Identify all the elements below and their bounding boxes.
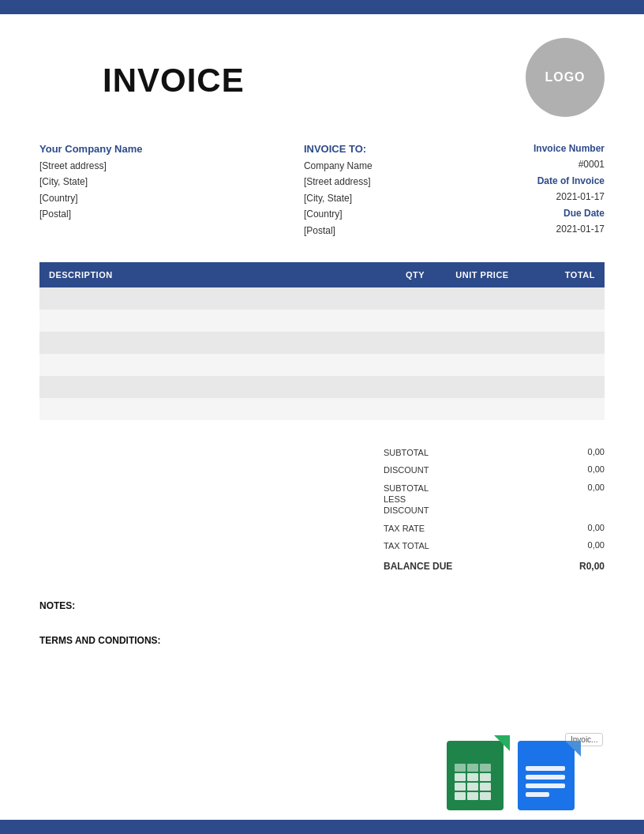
recipient-city-state: [City, State] [304,193,352,204]
subtotal-label: SUBTOTAL [384,447,429,458]
invoice-number-label: Invoice Number [534,141,605,156]
terms-section: TERMS AND CONDITIONS: [39,635,605,646]
row6-description [39,398,391,420]
col-description: DESCRIPTION [39,262,391,287]
recipient-postal: [Postal] [304,225,335,236]
subtotal-less-row: SUBTOTALLESSDISCOUNT 0,00 [384,479,605,520]
row4-description [39,354,391,376]
row4-unit-price [439,354,526,376]
row5-description [39,376,391,398]
row5-unit-price [439,376,526,398]
recipient-company-name: Company Name [304,160,373,171]
google-sheets-icon [447,735,510,810]
table-row [39,287,605,310]
tax-total-label: TAX TOTAL [384,540,429,551]
discount-label: DISCOUNT [384,464,429,475]
discount-value: 0,00 [588,464,605,475]
col-qty: QTY [391,262,439,287]
row2-unit-price [439,310,526,332]
table-row [39,376,605,398]
recipient-address: INVOICE TO: Company Name [Street address… [304,141,373,239]
sender-company-name: Your Company Name [39,143,143,155]
invoice-due-date-label: Due Date [534,205,605,221]
sender-city-state: [City, State] [39,176,88,187]
row6-unit-price [439,398,526,420]
invoice-details: Invoice Number #0001 Date of Invoice 202… [534,141,605,239]
recipient-street: [Street address] [304,176,371,187]
balance-due-label: BALANCE DUE [384,561,452,573]
row1-qty [391,287,439,310]
row3-description [39,332,391,354]
table-row [39,398,605,420]
subtotal-value: 0,00 [588,447,605,458]
google-docs-wrapper: Invoic... [518,741,581,810]
row2-description [39,310,391,332]
balance-due-value: R0,00 [579,561,605,573]
totals-table: SUBTOTAL 0,00 DISCOUNT 0,00 SUBTOTALLESS… [384,444,605,577]
table-row [39,332,605,354]
google-icons-area: Invoic... [447,735,581,810]
tax-total-row: TAX TOTAL 0,00 [384,537,605,554]
sender-country: [Country] [39,193,78,204]
row5-qty [391,376,439,398]
subtotal-less-value: 0,00 [588,483,605,517]
row3-qty [391,332,439,354]
totals-section: SUBTOTAL 0,00 DISCOUNT 0,00 SUBTOTALLESS… [39,444,605,577]
subtotal-row: SUBTOTAL 0,00 [384,444,605,461]
top-bar [0,0,644,14]
row6-qty [391,398,439,420]
discount-row: DISCOUNT 0,00 [384,461,605,479]
sender-address: Your Company Name [Street address] [City… [39,141,143,239]
invoice-title: INVOICE [103,62,245,100]
invoice-date-value: 2021-01-17 [534,189,605,205]
terms-label: TERMS AND CONDITIONS: [39,635,605,646]
row2-total [526,310,605,332]
invoice-due-date-value: 2021-01-17 [534,221,605,237]
col-unit-price: UNIT PRICE [439,262,526,287]
sender-postal: [Postal] [39,208,71,220]
notes-label: NOTES: [39,600,605,611]
row1-description [39,287,391,310]
row1-unit-price [439,287,526,310]
row4-qty [391,354,439,376]
recipient-country: [Country] [304,208,343,220]
row5-total [526,376,605,398]
row1-total [526,287,605,310]
tax-rate-row: TAX RATE 0,00 [384,520,605,537]
row4-total [526,354,605,376]
row2-qty [391,310,439,332]
tax-total-value: 0,00 [588,540,605,551]
balance-due-row: BALANCE DUE R0,00 [384,558,605,577]
address-section: Your Company Name [Street address] [City… [39,141,605,239]
table-row [39,354,605,376]
invoice-to-label: INVOICE TO: [304,143,366,155]
sender-street: [Street address] [39,160,107,171]
col-total: TOTAL [526,262,605,287]
subtotal-less-label: SUBTOTALLESSDISCOUNT [384,483,429,517]
header-section: INVOICE LOGO [39,38,605,117]
invoice-table: DESCRIPTION QTY UNIT PRICE TOTAL [39,262,605,420]
row3-unit-price [439,332,526,354]
logo-circle: LOGO [526,38,605,117]
table-row [39,310,605,332]
bottom-bar [0,820,644,834]
tax-rate-value: 0,00 [588,523,605,534]
tax-rate-label: TAX RATE [384,523,425,534]
row6-total [526,398,605,420]
invoice-number-value: #0001 [534,156,605,172]
row3-total [526,332,605,354]
notes-section: NOTES: [39,600,605,611]
invoice-date-label: Date of Invoice [534,173,605,189]
google-docs-icon [518,741,581,810]
